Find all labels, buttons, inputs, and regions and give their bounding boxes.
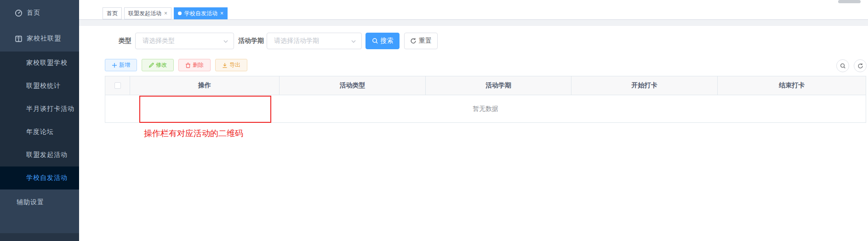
table-header-select (105, 76, 130, 95)
chevron-down-icon (223, 38, 229, 45)
sidebar: 首页 家校社联盟 家校联盟学校 联盟校统计 半月谈打卡活动 (0, 0, 79, 241)
sidebar-item-league-schools[interactable]: 家校联盟学校 (0, 52, 79, 75)
app-window: 首页 家校社联盟 家校联盟学校 联盟校统计 半月谈打卡活动 (0, 0, 868, 241)
annotation-note: 操作栏有对应活动的二维码 (144, 128, 243, 139)
reset-button-label: 重置 (419, 37, 432, 45)
table-toolbar: 新增 修改 删除 (105, 59, 247, 71)
submenu-item-label: 联盟校统计 (26, 82, 61, 90)
table-empty-row: 暂无数据 (105, 95, 866, 123)
table-header-start-checkin[interactable]: 开始打卡 (571, 76, 718, 95)
sidebar-item-league[interactable]: 家校社联盟 (0, 26, 79, 52)
toggle-search-button[interactable] (836, 59, 849, 72)
tab-school-initiated[interactable]: 学校自发活动 × (174, 7, 228, 19)
column-label: 活动学期 (485, 81, 511, 90)
refresh-table-button[interactable] (854, 59, 867, 72)
sidebar-item-league-stats[interactable]: 联盟校统计 (0, 75, 79, 98)
sidebar-item-league-initiated[interactable]: 联盟发起活动 (0, 143, 79, 166)
pencil-icon (148, 63, 154, 68)
type-select[interactable]: 请选择类型 (135, 33, 234, 49)
submenu-item-label: 学校自发活动 (26, 174, 68, 182)
reset-button[interactable]: 重置 (404, 33, 438, 49)
table-header-actions[interactable]: 操作 (130, 76, 280, 95)
trash-icon (185, 63, 191, 68)
table-header-row: 操作 活动类型 活动学期 开始打卡 结束打卡 (105, 76, 866, 95)
sidebar-item-home[interactable]: 首页 (0, 0, 79, 26)
sidebar-submenu: 家校联盟学校 联盟校统计 半月谈打卡活动 年度论坛 联盟发起活动 学校自发活动 (0, 52, 79, 189)
empty-text: 暂无数据 (473, 105, 498, 113)
column-label: 开始打卡 (632, 81, 657, 90)
search-icon (840, 63, 846, 69)
search-button[interactable]: 搜索 (365, 33, 400, 49)
tab-league-initiated[interactable]: 联盟发起活动 × (124, 7, 171, 19)
sidebar-item-label: 辅助设置 (17, 198, 44, 207)
column-label: 活动类型 (340, 81, 365, 90)
active-tab-dot (178, 11, 182, 15)
content-gap-band (79, 20, 868, 26)
edit-button-label: 修改 (156, 61, 167, 69)
edit-button[interactable]: 修改 (142, 59, 174, 71)
export-button[interactable]: 导出 (215, 59, 247, 71)
sidebar-item-annual-forum[interactable]: 年度论坛 (0, 120, 79, 143)
tab-label: 首页 (107, 10, 118, 17)
search-button-label: 搜索 (381, 37, 394, 45)
submenu-item-label: 年度论坛 (26, 128, 54, 136)
tab-label: 学校自发活动 (184, 10, 217, 17)
horizontal-scrollbar-thumb[interactable] (838, 0, 861, 3)
close-icon[interactable]: × (164, 11, 167, 16)
search-icon (372, 38, 378, 44)
sidebar-item-aux-settings[interactable]: 辅助设置 (0, 189, 79, 215)
sidebar-item-label: 首页 (27, 9, 40, 17)
league-icon (15, 35, 23, 43)
add-button-label: 新增 (119, 61, 130, 69)
table-header-activity-type[interactable]: 活动类型 (280, 76, 426, 95)
sidebar-item-school-initiated[interactable]: 学校自发活动 (0, 166, 79, 189)
filter-form: 类型 请选择类型 活动学期 请选择活动学期 (119, 33, 438, 49)
column-label: 结束打卡 (779, 81, 805, 90)
sidebar-item-checkin-activity[interactable]: 半月谈打卡活动 (0, 98, 79, 120)
submenu-item-label: 联盟发起活动 (26, 151, 68, 159)
refresh-icon (857, 63, 863, 69)
delete-button-label: 删除 (193, 61, 204, 69)
main-content: 首页 联盟发起活动 × 学校自发活动 × 类型 请选择类型 (79, 0, 868, 241)
semester-select[interactable]: 请选择活动学期 (267, 33, 362, 49)
export-button-label: 导出 (229, 61, 240, 69)
submenu-item-label: 家校联盟学校 (26, 59, 68, 67)
download-icon (222, 63, 228, 68)
tab-home[interactable]: 首页 (103, 7, 122, 19)
chevron-down-icon (350, 38, 357, 45)
add-button[interactable]: 新增 (105, 59, 137, 71)
sidebar-bottom-strip (0, 233, 79, 241)
tabs-bar: 首页 联盟发起活动 × 学校自发活动 × (79, 0, 868, 20)
close-icon[interactable]: × (220, 11, 223, 16)
sidebar-item-label: 家校社联盟 (27, 34, 61, 43)
column-label: 操作 (198, 81, 211, 90)
tab-label: 联盟发起活动 (128, 10, 161, 17)
plus-icon (112, 63, 117, 68)
dashboard-icon (15, 9, 23, 17)
type-select-placeholder: 请选择类型 (143, 37, 175, 45)
semester-filter-label: 活动学期 (238, 37, 264, 45)
semester-select-placeholder: 请选择活动学期 (274, 37, 319, 45)
table-header-end-checkin[interactable]: 结束打卡 (718, 76, 866, 95)
submenu-item-label: 半月谈打卡活动 (26, 105, 74, 113)
table-header-semester[interactable]: 活动学期 (426, 76, 571, 95)
activity-table: 操作 活动类型 活动学期 开始打卡 结束打卡 暂无数据 (105, 76, 866, 123)
select-all-checkbox[interactable] (114, 82, 121, 89)
refresh-icon (410, 38, 417, 44)
delete-button[interactable]: 删除 (178, 59, 211, 71)
type-filter-label: 类型 (119, 37, 131, 45)
